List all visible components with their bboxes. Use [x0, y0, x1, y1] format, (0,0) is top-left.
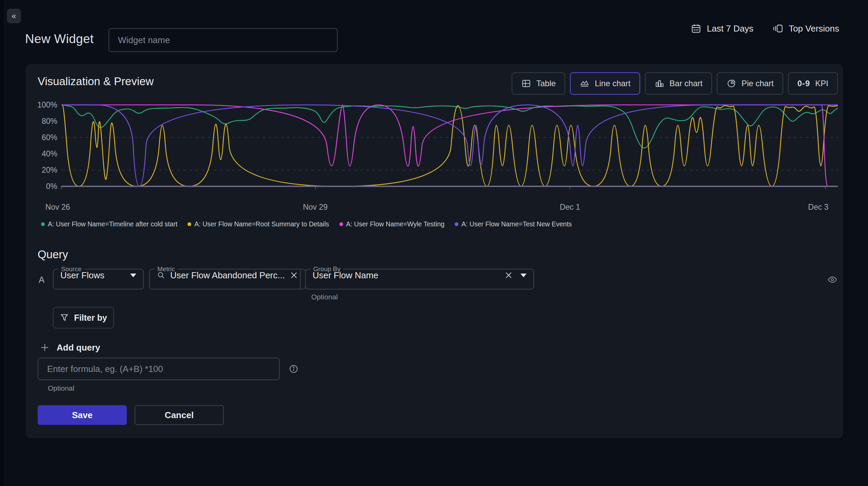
date-range-selector[interactable]: Last 7 Days [691, 23, 753, 34]
y-axis-label: 40% [34, 149, 57, 158]
chevrons-left-icon: « [12, 11, 16, 21]
filter-by-label: Filter by [74, 313, 107, 323]
toggle-query-visibility-button[interactable] [824, 271, 841, 288]
legend-item[interactable]: A: User Flow Name=Root Summary to Detail… [188, 220, 329, 228]
new-widget-page: « New Widget Last 7 Days [0, 0, 868, 486]
legend-label: A: User Flow Name=Test New Events [461, 220, 572, 228]
legend-label: A: User Flow Name=Timeline after cold st… [48, 220, 177, 228]
table-icon [521, 78, 531, 89]
add-query-button[interactable]: Add query [40, 338, 100, 357]
y-axis-label: 100% [34, 100, 57, 110]
legend-label: A: User Flow Name=Wyle Testing [346, 220, 445, 228]
chart-type-label: KPI [815, 79, 828, 88]
search-icon [157, 271, 165, 280]
y-axis-label: 20% [34, 166, 57, 175]
bar-chart-icon [654, 78, 665, 89]
query-section-title: Query [38, 248, 68, 261]
chart-type-kpi-button[interactable]: 0-9 KPI [788, 72, 838, 95]
legend-item[interactable]: A: User Flow Name=Test New Events [455, 220, 572, 228]
visualization-section-title: Visualization & Preview [38, 75, 154, 88]
date-range-label: Last 7 Days [707, 23, 753, 34]
chevron-down-icon [130, 274, 136, 277]
legend-dot-icon [41, 222, 45, 226]
collapsed-sidebar-strip [0, 0, 4, 486]
versions-selector[interactable]: Top Versions [772, 23, 839, 34]
source-value: User Flows [60, 270, 125, 281]
query-row-letter: A [39, 268, 44, 291]
cancel-button[interactable]: Cancel [135, 405, 224, 425]
chart-svg [61, 105, 838, 186]
page-title: New Widget [25, 32, 94, 46]
chart-type-bar-button[interactable]: Bar chart [645, 72, 712, 95]
sidebar-collapse-button[interactable]: « [7, 9, 21, 23]
metric-select[interactable]: Metric User Flow Abandoned Perc... [149, 267, 306, 289]
add-query-label: Add query [57, 342, 100, 353]
chart-type-label: Table [536, 79, 556, 88]
clear-metric-icon[interactable] [290, 271, 298, 280]
series-line [61, 105, 838, 148]
chart-type-line-button[interactable]: Line chart [570, 72, 640, 95]
formula-optional-helper: Optional [48, 384, 74, 392]
legend-item[interactable]: A: User Flow Name=Timeline after cold st… [41, 220, 177, 228]
chart-type-label: Line chart [595, 79, 630, 88]
top-actions: Last 7 Days Top Versions [691, 23, 839, 34]
chart-type-switcher: Table Line chart [512, 72, 838, 95]
y-axis-label: 80% [34, 117, 57, 126]
series-line [61, 105, 838, 186]
group-by-select[interactable]: Group By User Flow Name [305, 267, 534, 289]
eye-icon [826, 275, 839, 285]
chart-plot-area: 100%80%60%40%20%0% [61, 105, 838, 186]
legend-label: A: User Flow Name=Root Summary to Detail… [194, 220, 329, 228]
widget-name-input[interactable] [108, 28, 338, 52]
preview-chart: 100%80%60%40%20%0% Nov 26Nov 29Dec 1Dec … [36, 105, 838, 228]
y-axis-label: 60% [34, 133, 57, 142]
series-line [61, 105, 838, 186]
filter-by-button[interactable]: Filter by [53, 307, 114, 329]
funnel-icon [60, 313, 69, 322]
form-actions: Save Cancel [38, 405, 224, 425]
metric-value: User Flow Abandoned Perc... [170, 270, 285, 281]
x-axis-label: Dec 3 [808, 203, 828, 212]
legend-dot-icon [339, 222, 343, 226]
chart-type-pie-button[interactable]: Pie chart [717, 72, 783, 95]
chart-type-table-button[interactable]: Table [512, 72, 565, 95]
legend-dot-icon [455, 222, 458, 226]
x-axis-label: Nov 29 [303, 203, 328, 212]
info-icon[interactable] [289, 364, 299, 374]
plus-icon [40, 342, 50, 353]
chart-legend: A: User Flow Name=Timeline after cold st… [41, 220, 838, 228]
line-chart-icon [579, 78, 590, 89]
versions-icon [772, 23, 783, 34]
legend-item[interactable]: A: User Flow Name=Wyle Testing [339, 220, 445, 228]
formula-row [38, 358, 299, 380]
formula-input[interactable] [38, 358, 280, 380]
x-axis-label: Dec 1 [560, 203, 580, 212]
source-select[interactable]: Source User Flows [53, 267, 144, 289]
y-axis-label: 0% [34, 182, 57, 191]
widget-editor-card: Visualization & Preview Table [26, 64, 843, 438]
save-button[interactable]: Save [38, 405, 127, 425]
chart-type-label: Pie chart [742, 79, 774, 88]
group-by-value: User Flow Name [313, 270, 499, 281]
chart-type-label: Bar chart [670, 79, 703, 88]
group-by-optional-helper: Optional [311, 293, 338, 301]
query-fields-divider [300, 270, 301, 289]
numbers-icon: 0-9 [797, 79, 810, 88]
pie-chart-icon [726, 78, 736, 89]
chevron-down-icon [520, 274, 527, 277]
legend-dot-icon [188, 222, 191, 226]
chart-x-axis-labels: Nov 26Nov 29Dec 1Dec 3 [61, 203, 838, 213]
x-axis-label: Nov 26 [45, 203, 70, 212]
clear-group-by-icon[interactable] [504, 271, 513, 280]
versions-label: Top Versions [789, 23, 839, 34]
calendar-icon [691, 23, 702, 34]
